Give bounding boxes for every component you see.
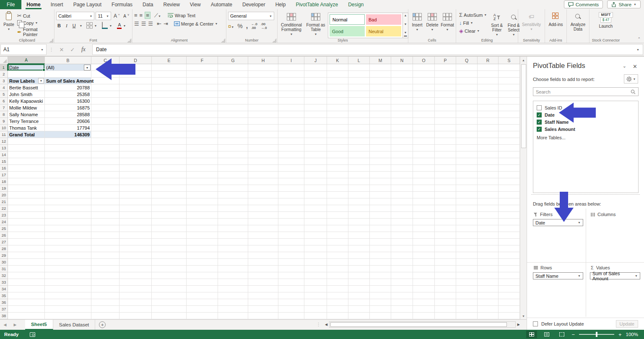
cell-E23[interactable] [152, 212, 187, 219]
cell-D33[interactable] [119, 279, 152, 286]
cell-Q14[interactable] [456, 151, 478, 158]
styles-gallery-scroll[interactable]: ▲▼▼▬ [403, 13, 408, 38]
cell-D10[interactable] [119, 125, 152, 131]
cell-S15[interactable] [499, 158, 520, 165]
cell-H32[interactable] [248, 272, 278, 279]
cell-D7[interactable] [119, 104, 152, 111]
cell-A19[interactable] [8, 185, 45, 192]
cell-S10[interactable] [499, 125, 520, 131]
cell-J14[interactable] [304, 151, 327, 158]
cell-N1[interactable] [391, 64, 413, 71]
ribbon-tab-home[interactable]: Home [21, 0, 45, 9]
cell-L4[interactable] [348, 84, 370, 91]
cell-P33[interactable] [435, 279, 456, 286]
row-header-3[interactable]: 3 [0, 78, 8, 84]
cell-N35[interactable] [391, 292, 413, 299]
cell-L37[interactable] [348, 306, 370, 313]
row-header-32[interactable]: 32 [0, 272, 8, 279]
cell-L10[interactable] [348, 125, 370, 131]
cell-L30[interactable] [348, 259, 370, 266]
cut-button[interactable]: ✂Cut [16, 12, 52, 19]
cell-Q3[interactable] [456, 78, 478, 84]
cell-D6[interactable] [119, 98, 152, 104]
cell-S32[interactable] [499, 272, 520, 279]
cell-P23[interactable] [435, 212, 456, 219]
formula-bar-grip[interactable]: ⋮ [49, 47, 54, 52]
cell-I10[interactable] [278, 125, 304, 131]
cell-G1[interactable] [218, 64, 248, 71]
cell-J37[interactable] [304, 306, 327, 313]
cell-S12[interactable] [499, 138, 520, 145]
cell-Q7[interactable] [456, 104, 478, 111]
cell-F21[interactable] [187, 198, 218, 205]
cell-G19[interactable] [218, 185, 248, 192]
cell-B20[interactable] [45, 192, 91, 198]
cell-R17[interactable] [478, 172, 499, 178]
cell-R35[interactable] [478, 292, 499, 299]
cell-L20[interactable] [348, 192, 370, 198]
cell-Q25[interactable] [456, 225, 478, 232]
collapse-ribbon-icon[interactable]: ⌃ [637, 37, 641, 41]
cell-E10[interactable] [152, 125, 187, 131]
cell-R38[interactable] [478, 313, 499, 319]
cell-Q16[interactable] [456, 165, 478, 172]
cell-F30[interactable] [187, 259, 218, 266]
cell-D8[interactable] [119, 111, 152, 118]
cell-D11[interactable] [119, 131, 152, 138]
cell-K38[interactable] [327, 313, 348, 319]
cell-L2[interactable] [348, 71, 370, 78]
cell-G16[interactable] [218, 165, 248, 172]
ribbon-tab-data[interactable]: Data [138, 0, 158, 9]
cell-R11[interactable] [478, 131, 499, 138]
cell-B26[interactable] [45, 232, 91, 239]
cell-O20[interactable] [413, 192, 435, 198]
row-header-18[interactable]: 18 [0, 178, 8, 185]
cell-C33[interactable] [91, 279, 119, 286]
cell-R30[interactable] [478, 259, 499, 266]
cell-Q19[interactable] [456, 185, 478, 192]
cell-G34[interactable] [218, 286, 248, 292]
cell-S25[interactable] [499, 225, 520, 232]
cell-P28[interactable] [435, 245, 456, 252]
cell-N11[interactable] [391, 131, 413, 138]
cell-N15[interactable] [391, 158, 413, 165]
cell-D22[interactable] [119, 205, 152, 212]
cell-K34[interactable] [327, 286, 348, 292]
cell-L8[interactable] [348, 111, 370, 118]
cell-J8[interactable] [304, 111, 327, 118]
cell-I23[interactable] [278, 212, 304, 219]
cell-Q10[interactable] [456, 125, 478, 131]
ribbon-tab-automate[interactable]: Automate [206, 0, 237, 9]
cell-S29[interactable] [499, 252, 520, 259]
cell-S35[interactable] [499, 292, 520, 299]
cell-L36[interactable] [348, 299, 370, 306]
cell-D35[interactable] [119, 292, 152, 299]
cell-F26[interactable] [187, 232, 218, 239]
cell-N10[interactable] [391, 125, 413, 131]
cell-K3[interactable] [327, 78, 348, 84]
cell-J5[interactable] [304, 91, 327, 98]
row-header-8[interactable]: 8 [0, 111, 8, 118]
cell-J27[interactable] [304, 239, 327, 245]
field-checkbox-sales-id[interactable] [537, 105, 542, 110]
orientation-icon[interactable]: ⟋▼ [154, 12, 161, 19]
wrap-text-button[interactable]: Wrap Text [166, 13, 197, 18]
cell-M36[interactable] [370, 299, 391, 306]
cell-G6[interactable] [218, 98, 248, 104]
cell-S16[interactable] [499, 165, 520, 172]
cell-J17[interactable] [304, 172, 327, 178]
cell-H9[interactable] [248, 118, 278, 125]
panel-collapse-icon[interactable]: ⌄ [623, 63, 626, 69]
cell-N19[interactable] [391, 185, 413, 192]
cell-B35[interactable] [45, 292, 91, 299]
cell-F5[interactable] [187, 91, 218, 98]
cell-R16[interactable] [478, 165, 499, 172]
column-header-L[interactable]: L [348, 57, 370, 64]
cell-K23[interactable] [327, 212, 348, 219]
cell-E32[interactable] [152, 272, 187, 279]
merge-center-button[interactable]: Merge & Center ▼ [173, 21, 219, 27]
cell-A33[interactable] [8, 279, 45, 286]
cell-H2[interactable] [248, 71, 278, 78]
cell-R5[interactable] [478, 91, 499, 98]
cell-E16[interactable] [152, 165, 187, 172]
